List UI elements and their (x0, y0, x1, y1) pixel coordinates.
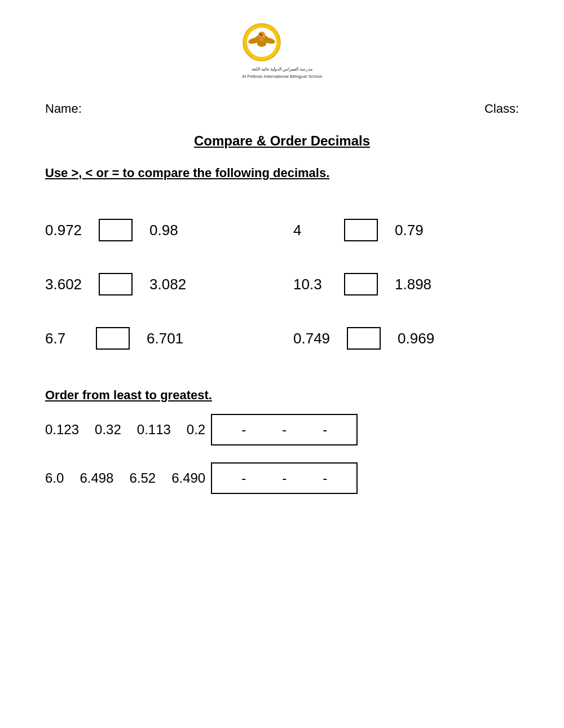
order-instruction: Order from least to greatest. (45, 388, 519, 403)
compare-box-6[interactable] (347, 327, 381, 350)
order-answer-box-2[interactable]: - - - (211, 462, 358, 494)
class-label: Class: (484, 102, 519, 116)
name-class-row: Name: Class: (45, 102, 519, 116)
order-blank-1-0: - (241, 422, 246, 438)
order-blank-1-2: - (323, 422, 327, 438)
order-val-1-1: 0.32 (95, 422, 121, 438)
school-name-arabic: مدرسة الفيبراس الدولية ثنائية اللغة (242, 67, 322, 72)
compare-value-2b: 0.79 (395, 222, 429, 239)
order-row-2: 6.0 6.498 6.52 6.490 - - - (45, 462, 519, 494)
compare-value-1a: 0.972 (45, 222, 82, 239)
compare-value-6b: 0.969 (398, 330, 434, 347)
compare-box-5[interactable] (96, 327, 130, 350)
order-val-1-3: 0.2 (187, 422, 205, 438)
order-blank-2-1: - (282, 470, 287, 486)
order-section: Order from least to greatest. 0.123 0.32… (45, 388, 519, 494)
compare-value-1b: 0.98 (149, 222, 183, 239)
order-values-1: 0.123 0.32 0.113 0.2 (45, 422, 205, 438)
order-val-2-0: 6.0 (45, 470, 64, 486)
compare-value-6a: 0.749 (293, 330, 330, 347)
compare-value-3a: 3.602 (45, 276, 82, 293)
compare-pair-5: 6.7 6.701 (45, 311, 271, 365)
compare-pair-4: 10.3 1.898 (293, 257, 519, 311)
compare-box-1[interactable] (99, 219, 133, 241)
order-blank-1-1: - (282, 422, 287, 438)
compare-value-5a: 6.7 (45, 330, 79, 347)
compare-pair-3: 3.602 3.082 (45, 257, 271, 311)
compare-value-4b: 1.898 (395, 276, 431, 293)
school-name-english: Al Pelbras International Bilingual Schoo… (242, 74, 322, 79)
compare-pair-6: 0.749 0.969 (293, 311, 519, 365)
svg-point-10 (257, 41, 266, 47)
order-blank-2-0: - (241, 470, 246, 486)
name-label: Name: (45, 102, 82, 116)
order-val-1-0: 0.123 (45, 422, 79, 438)
compare-box-2[interactable] (344, 219, 378, 241)
order-blank-2-2: - (323, 470, 327, 486)
order-val-1-2: 0.113 (137, 422, 171, 438)
compare-value-4a: 10.3 (293, 276, 327, 293)
order-row-1: 0.123 0.32 0.113 0.2 - - - (45, 414, 519, 445)
order-values-2: 6.0 6.498 6.52 6.490 (45, 470, 205, 486)
compare-box-3[interactable] (99, 273, 133, 295)
order-val-2-3: 6.490 (171, 470, 205, 486)
compare-instruction: Use >, < or = to compare the following d… (45, 166, 519, 180)
order-val-2-1: 6.498 (80, 470, 113, 486)
order-val-2-2: 6.52 (129, 470, 156, 486)
compare-pair-2: 4 0.79 (293, 203, 519, 257)
compare-grid: 0.972 0.98 4 0.79 3.602 3.082 10.3 1.898… (45, 203, 519, 365)
compare-value-3b: 3.082 (149, 276, 186, 293)
school-logo: مدرسة الفيبراس الدولية ثنائية اللغة Al P… (242, 23, 322, 79)
order-answer-box-1[interactable]: - - - (211, 414, 358, 445)
compare-value-5b: 6.701 (147, 330, 183, 347)
compare-pair-1: 0.972 0.98 (45, 203, 271, 257)
page-title: Compare & Order Decimals (45, 133, 519, 149)
page-header: مدرسة الفيبراس الدولية ثنائية اللغة Al P… (45, 23, 519, 85)
compare-value-2a: 4 (293, 222, 327, 239)
svg-point-11 (261, 34, 263, 36)
compare-box-4[interactable] (344, 273, 378, 295)
